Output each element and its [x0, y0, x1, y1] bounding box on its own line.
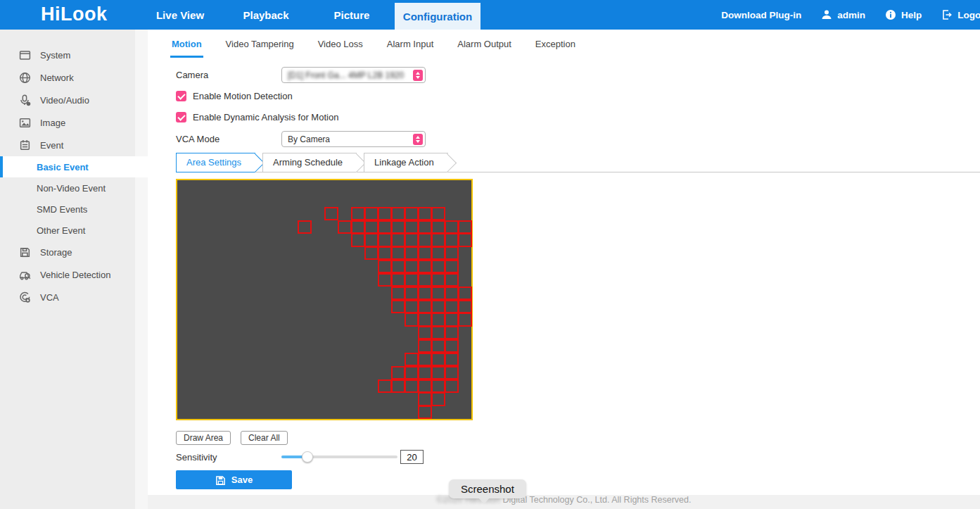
motion-grid-cell[interactable] — [445, 260, 459, 273]
motion-grid-cell[interactable] — [431, 366, 445, 379]
subtab-arming-schedule[interactable]: Arming Schedule — [262, 153, 357, 172]
motion-grid-cell[interactable] — [364, 220, 378, 234]
nav-tab-configuration[interactable]: Configuration — [395, 3, 481, 30]
motion-grid-cell[interactable] — [405, 379, 419, 393]
slider-thumb[interactable] — [302, 451, 313, 463]
motion-detection-video-canvas[interactable] — [176, 179, 473, 420]
motion-grid-cell[interactable] — [405, 366, 419, 379]
motion-grid-cell[interactable] — [445, 339, 459, 353]
motion-grid-cell[interactable] — [418, 313, 432, 326]
motion-grid-cell[interactable] — [405, 273, 419, 287]
motion-grid-cell[interactable] — [431, 379, 445, 393]
motion-grid-cell[interactable] — [445, 326, 459, 339]
tab-exception[interactable]: Exception — [534, 39, 577, 58]
motion-grid-cell[interactable] — [418, 246, 432, 260]
motion-grid-cell[interactable] — [418, 287, 432, 300]
download-plugin-menu-item[interactable]: Download Plug-in — [721, 10, 801, 20]
sidebar-item-image[interactable]: Image — [0, 111, 148, 134]
sidebar-item-non-video-event[interactable]: Non-Video Event — [0, 177, 148, 199]
motion-grid-cell[interactable] — [445, 220, 459, 234]
motion-grid-cell[interactable] — [418, 300, 432, 313]
motion-grid-cell[interactable] — [378, 233, 392, 246]
tab-alarm-output[interactable]: Alarm Output — [456, 39, 513, 58]
motion-grid-cell[interactable] — [431, 273, 445, 287]
motion-grid-cell[interactable] — [458, 313, 472, 326]
motion-grid-cell[interactable] — [458, 220, 472, 234]
motion-grid-cell[interactable] — [405, 233, 419, 246]
sidebar-item-video-audio[interactable]: Video/Audio — [0, 89, 148, 111]
motion-grid-cell[interactable] — [418, 379, 432, 393]
subtab-linkage-action[interactable]: Linkage Action — [364, 153, 448, 172]
sidebar-item-event[interactable]: Event — [0, 134, 148, 156]
motion-grid-cell[interactable] — [418, 339, 432, 353]
motion-grid-cell[interactable] — [405, 300, 419, 313]
enable-dynamic-analysis-checkbox[interactable] — [176, 112, 186, 122]
motion-grid-cell[interactable] — [405, 353, 419, 366]
motion-grid-cell[interactable] — [445, 273, 459, 287]
motion-grid-cell[interactable] — [405, 313, 419, 326]
motion-grid-cell[interactable] — [351, 233, 365, 246]
motion-grid-cell[interactable] — [351, 207, 365, 220]
motion-grid-cell[interactable] — [431, 392, 445, 406]
motion-grid-cell[interactable] — [445, 366, 459, 379]
motion-grid-cell[interactable] — [378, 207, 392, 220]
enable-motion-checkbox[interactable] — [176, 91, 186, 101]
motion-grid-cell[interactable] — [431, 246, 445, 260]
select-stepper-icon[interactable] — [413, 134, 423, 145]
nav-tab-live-view[interactable]: Live View — [137, 0, 223, 30]
tab-alarm-input[interactable]: Alarm Input — [386, 39, 435, 58]
logout-menu-item[interactable]: Logout — [941, 9, 980, 20]
motion-grid-cell[interactable] — [405, 260, 419, 273]
motion-grid-cell[interactable] — [391, 233, 405, 246]
motion-grid-cell[interactable] — [378, 246, 392, 260]
motion-grid-cell[interactable] — [405, 246, 419, 260]
sidebar-item-other-event[interactable]: Other Event — [0, 220, 148, 241]
sidebar-item-vehicle-detection[interactable]: Vehicle Detection — [0, 263, 148, 286]
sensitivity-slider[interactable] — [281, 451, 397, 463]
tab-motion[interactable]: Motion — [170, 39, 203, 58]
subtab-area-settings[interactable]: Area Settings — [176, 153, 255, 172]
motion-grid-cell[interactable] — [445, 300, 459, 313]
motion-grid-cell[interactable] — [431, 353, 445, 366]
motion-grid-cell[interactable] — [418, 220, 432, 234]
motion-grid-cell[interactable] — [418, 233, 432, 246]
sidebar-item-storage[interactable]: Storage — [0, 241, 148, 263]
motion-grid-cell[interactable] — [378, 379, 392, 393]
clear-all-button[interactable]: Clear All — [241, 431, 288, 445]
motion-grid-cell[interactable] — [364, 207, 378, 220]
motion-grid-cell[interactable] — [364, 246, 378, 260]
motion-grid-cell[interactable] — [391, 260, 405, 273]
motion-grid-cell[interactable] — [418, 353, 432, 366]
motion-grid-cell[interactable] — [418, 273, 432, 287]
motion-grid-cell[interactable] — [431, 220, 445, 234]
sidebar-item-network[interactable]: Network — [0, 66, 148, 89]
motion-grid-cell[interactable] — [445, 313, 459, 326]
motion-grid-cell[interactable] — [445, 246, 459, 260]
motion-grid-cell[interactable] — [418, 260, 432, 273]
motion-grid-cell[interactable] — [405, 220, 419, 234]
motion-grid-cell[interactable] — [418, 366, 432, 379]
motion-grid-cell[interactable] — [445, 379, 459, 393]
motion-grid-cell[interactable] — [391, 366, 405, 379]
motion-grid-cell[interactable] — [418, 406, 432, 419]
motion-grid-cell[interactable] — [405, 287, 419, 300]
motion-grid-cell[interactable] — [431, 233, 445, 246]
motion-grid-cell[interactable] — [378, 273, 392, 287]
motion-grid-cell[interactable] — [431, 207, 445, 220]
motion-grid-cell[interactable] — [445, 353, 459, 366]
motion-grid-cell[interactable] — [391, 220, 405, 234]
draw-area-button[interactable]: Draw Area — [176, 431, 231, 445]
camera-select[interactable]: [D1] Front Ga... 4MP L2B 1920 — [281, 67, 426, 83]
vca-mode-select[interactable]: By Camera — [281, 131, 426, 147]
motion-grid-cell[interactable] — [391, 273, 405, 287]
motion-grid-cell[interactable] — [431, 287, 445, 300]
motion-grid-cell[interactable] — [431, 260, 445, 273]
sidebar-item-smd-events[interactable]: SMD Events — [0, 199, 148, 220]
motion-grid-cell[interactable] — [431, 326, 445, 339]
motion-grid-cell[interactable] — [431, 339, 445, 353]
motion-grid-cell[interactable] — [391, 287, 405, 300]
motion-grid-cell[interactable] — [324, 207, 338, 220]
motion-grid-cell[interactable] — [391, 379, 405, 393]
motion-grid-cell[interactable] — [458, 300, 472, 313]
motion-grid-cell[interactable] — [378, 220, 392, 234]
